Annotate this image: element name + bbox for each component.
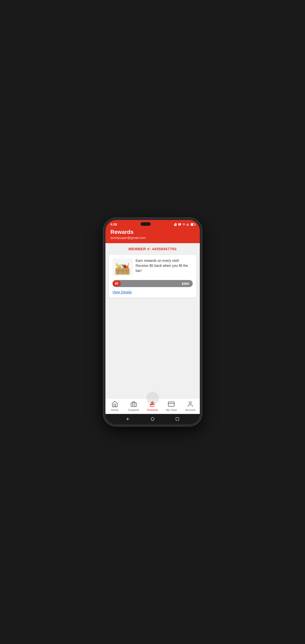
status-time: 4:26 xyxy=(110,222,117,226)
camera-notch xyxy=(141,222,151,226)
nav-item-mycard[interactable]: My Card xyxy=(164,401,179,411)
progress-container: $0 $400 xyxy=(113,280,193,287)
user-email: sonnysuper@gmail.com xyxy=(110,236,195,240)
svg-point-13 xyxy=(117,264,119,268)
home-icon xyxy=(111,401,118,408)
rewards-card: Earn rewards on every visit! Receive $5 … xyxy=(109,255,196,298)
android-recents-button[interactable] xyxy=(175,416,180,422)
card-top: Earn rewards on every visit! Receive $5 … xyxy=(113,258,193,276)
nav-label-account: Account xyxy=(185,408,195,411)
android-nav-bar xyxy=(105,414,200,424)
android-back-button[interactable] xyxy=(125,416,130,422)
nav-label-coupons: Coupons xyxy=(128,408,139,411)
gear-icon xyxy=(174,223,177,226)
phone-frame: 4:26 Rewards xyxy=(103,218,202,426)
android-home-button[interactable] xyxy=(150,416,155,422)
svg-rect-1 xyxy=(180,223,181,226)
status-icons xyxy=(174,223,195,226)
progress-bar: $0 $400 xyxy=(113,280,193,287)
svg-rect-18 xyxy=(168,402,174,406)
grocery-basket-image xyxy=(113,258,133,276)
sim-icon xyxy=(178,223,181,226)
progress-end-label: $400 xyxy=(182,282,189,286)
header: Rewards sonnysuper@gmail.com xyxy=(105,227,200,243)
svg-rect-15 xyxy=(121,264,122,265)
view-details-link[interactable]: View Details xyxy=(113,290,193,294)
status-bar: 4:26 xyxy=(105,220,200,227)
signal-icon xyxy=(187,223,190,226)
mycard-icon xyxy=(168,401,175,408)
svg-point-12 xyxy=(126,266,129,268)
content-area: MEMBER #: 44558457793 xyxy=(105,243,200,398)
svg-point-21 xyxy=(151,417,154,421)
svg-rect-22 xyxy=(176,417,179,421)
battery-icon xyxy=(191,223,195,226)
nav-item-coupons[interactable]: %: Coupons xyxy=(126,401,141,411)
svg-text:%:: %: xyxy=(132,404,134,406)
basket-svg xyxy=(113,259,132,275)
member-number: MEMBER #: 44558457793 xyxy=(128,247,177,251)
nav-label-rewards: Rewards xyxy=(147,408,158,411)
nav-label-home: Home xyxy=(111,408,118,411)
svg-line-10 xyxy=(125,264,125,265)
nav-item-home[interactable]: Home xyxy=(107,401,122,411)
member-bar: MEMBER #: 44558457793 xyxy=(105,243,200,254)
wifi-icon xyxy=(182,223,186,226)
page-title: Rewards xyxy=(110,229,195,235)
svg-rect-0 xyxy=(178,223,180,226)
svg-rect-14 xyxy=(121,265,122,268)
coupons-icon: %: xyxy=(130,401,137,408)
empty-space xyxy=(105,301,200,398)
nav-label-mycard: My Card xyxy=(166,408,177,411)
card-description: Earn rewards on every visit! Receive $5 … xyxy=(136,258,193,273)
nav-item-account[interactable]: Account xyxy=(183,401,198,411)
account-icon xyxy=(187,401,194,408)
progress-start-badge: $0 xyxy=(113,281,121,286)
svg-point-20 xyxy=(189,402,191,404)
